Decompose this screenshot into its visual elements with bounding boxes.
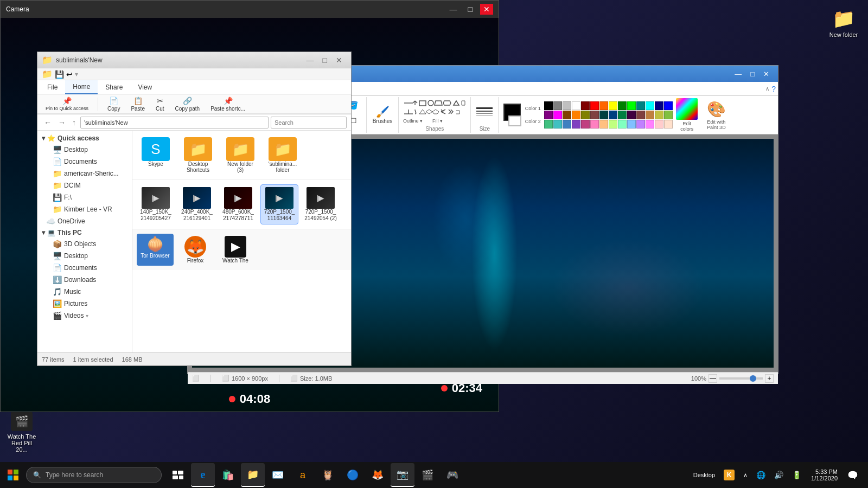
taskbar-game[interactable]: 🎮 [441, 463, 464, 487]
taskbar-network[interactable]: 🌐 [753, 470, 769, 480]
file-item-3[interactable]: ▶ 480P_600K_2174278711 [219, 184, 257, 224]
zoom-out-btn[interactable]: — [709, 374, 717, 383]
search-input[interactable] [271, 117, 347, 129]
taskbar-antivirus[interactable]: K [720, 468, 738, 481]
exp-copy-btn[interactable]: 📄 Copy [104, 96, 124, 112]
color-swatch-17[interactable] [572, 111, 580, 119]
file-item-1[interactable]: ▶ 140P_150K_2149205427 [137, 184, 175, 224]
nav-dcim[interactable]: 📁 DCIM [37, 179, 132, 191]
address-input[interactable] [80, 117, 269, 129]
edit-paint3d-btn[interactable]: 🎨 [707, 100, 726, 118]
nav-downloads[interactable]: ⬇️ Downloads [37, 274, 132, 286]
desktop-shortcuts-folder-item[interactable]: 📁 Desktop Shortcuts [179, 135, 217, 175]
color-swatch-21[interactable] [609, 111, 617, 119]
color-swatch-19[interactable] [590, 111, 599, 119]
color-swatch-41[interactable] [664, 120, 673, 129]
taskbar-explorer[interactable]: 📁 [241, 463, 265, 487]
taskbar-app7[interactable]: 🔵 [341, 463, 365, 487]
color-swatch-5[interactable] [590, 101, 599, 110]
color-swatch-35[interactable] [609, 120, 617, 129]
explorer-tab-home[interactable]: Home [65, 80, 98, 94]
color-swatch-32[interactable] [581, 120, 590, 129]
color-swatch-10[interactable] [636, 101, 645, 110]
new-folder-right-icon[interactable]: 📁 New folder [825, 5, 863, 40]
start-button[interactable] [0, 462, 26, 488]
color-swatch-0[interactable] [544, 101, 553, 110]
color-swatch-12[interactable] [655, 101, 663, 110]
color-swatch-3[interactable] [572, 101, 580, 110]
taskbar-firefox[interactable]: 🦊 [366, 463, 390, 487]
explorer-tab-file[interactable]: File [40, 80, 65, 94]
tor-browser-exp-item[interactable]: 🧅 Tor Browser [137, 234, 174, 266]
forward-btn[interactable]: → [56, 117, 68, 128]
taskbar-clock[interactable]: 5:33 PM 1/12/2020 [807, 467, 842, 483]
file-item-5[interactable]: ▶ 720P_1500_21492054 (2) [302, 184, 340, 224]
file-item-2[interactable]: ▶ 240P_400K_216129401 [178, 184, 216, 224]
taskbar-battery[interactable]: 🔋 [789, 470, 805, 480]
new-folder-3-item[interactable]: 📁 New folder (3) [221, 135, 259, 175]
color-swatch-6[interactable] [599, 101, 608, 110]
color-swatch-18[interactable] [581, 111, 590, 119]
nav-desktop[interactable]: 🖥️ Desktop [37, 144, 132, 156]
subliminals-folder-item[interactable]: 📁 'sublimina... folder [264, 135, 302, 175]
taskview-btn[interactable] [166, 463, 190, 487]
color-swatch-2[interactable] [563, 101, 571, 110]
watch-the-exp-item[interactable]: ▶ Watch The [217, 234, 254, 266]
explorer-maximize-btn[interactable]: □ [318, 52, 331, 68]
color-swatch-33[interactable] [590, 120, 599, 129]
nav-desktop2[interactable]: 🖥️ Desktop [37, 250, 132, 262]
watch-red-pill-icon[interactable]: 🎬 Watch The Red Pill 20... [3, 409, 40, 455]
color-swatch-25[interactable] [646, 111, 654, 119]
color-swatch-11[interactable] [646, 101, 654, 110]
color-swatch-23[interactable] [627, 111, 636, 119]
explorer-tab-view[interactable]: View [130, 80, 159, 94]
color-swatch-28[interactable] [544, 120, 553, 129]
color-swatch-20[interactable] [599, 111, 608, 119]
exp-paste-short-btn[interactable]: 📌 Paste shortc... [207, 96, 249, 112]
paint-minimize-btn[interactable]: — [730, 66, 746, 82]
exp-quick-save[interactable]: 💾 [55, 70, 64, 79]
nav-documents[interactable]: 📄 Documents [37, 156, 132, 168]
color-swatch-4[interactable] [581, 101, 590, 110]
nav-fa[interactable]: 💾 F:\ [37, 191, 132, 203]
color-swatch-26[interactable] [655, 111, 663, 119]
edit-colors-btn[interactable] [676, 98, 698, 120]
color-swatch-39[interactable] [646, 120, 654, 129]
nav-pictures[interactable]: 🖼️ Pictures [37, 298, 132, 310]
color-swatch-22[interactable] [618, 111, 627, 119]
nav-documents2[interactable]: 📄 Documents [37, 262, 132, 274]
paint-maximize-btn[interactable]: □ [746, 66, 759, 82]
taskbar-mail[interactable]: ✉️ [266, 463, 290, 487]
pin-quick-btn[interactable]: 📌 Pin to Quick access [42, 96, 92, 112]
up-btn[interactable]: ↑ [70, 117, 78, 128]
skype-folder-item[interactable]: S Skype [137, 135, 175, 175]
nav-videos[interactable]: 🎬 Videos ▾ [37, 310, 132, 322]
taskbar-amazon[interactable]: a [291, 463, 315, 487]
color-swatch-38[interactable] [636, 120, 645, 129]
explorer-close-btn[interactable]: ✕ [331, 52, 347, 68]
taskbar-sound[interactable]: 🔊 [771, 470, 787, 480]
color-swatch-1[interactable] [553, 101, 562, 110]
exp-paste-btn[interactable]: 📋 Paste [127, 96, 149, 112]
taskbar-edge[interactable]: e [191, 463, 215, 487]
color-swatch-13[interactable] [664, 101, 673, 110]
quick-access-header[interactable]: ▾ ⭐ Quick access [37, 133, 132, 144]
taskbar-up-arrow[interactable]: ∧ [740, 471, 751, 480]
color2-swatch[interactable] [508, 115, 521, 126]
back-btn[interactable]: ← [42, 117, 54, 128]
nav-music[interactable]: 🎵 Music [37, 286, 132, 298]
color-swatch-24[interactable] [636, 111, 645, 119]
firefox-exp-item[interactable]: 🦊 Firefox [177, 234, 214, 266]
taskbar-media[interactable]: 🎬 [416, 463, 439, 487]
color-swatch-16[interactable] [563, 111, 571, 119]
zoom-in-btn[interactable]: + [765, 374, 774, 383]
nav-onedrive[interactable]: ☁️ OneDrive [37, 215, 132, 227]
camera-maximize-btn[interactable]: □ [465, 4, 476, 15]
file-item-4[interactable]: ▶ 720P_1500_11163464 [260, 184, 298, 224]
exp-copy-path-btn[interactable]: 🔗 Copy path [171, 96, 204, 112]
color-swatch-29[interactable] [553, 120, 562, 129]
color-swatch-8[interactable] [618, 101, 627, 110]
color-swatch-14[interactable] [544, 111, 553, 119]
color-swatch-15[interactable] [553, 111, 562, 119]
nav-kimber[interactable]: 📁 Kimber Lee - VR [37, 203, 132, 215]
